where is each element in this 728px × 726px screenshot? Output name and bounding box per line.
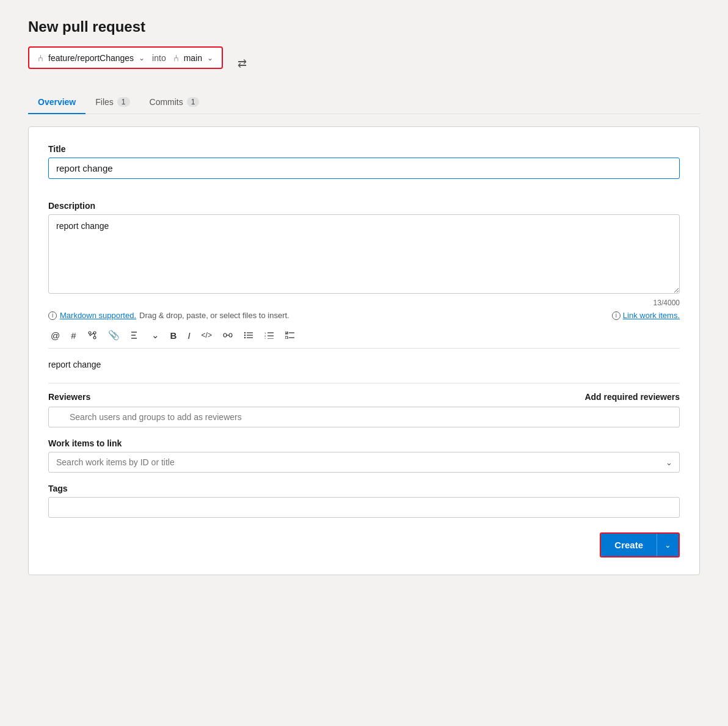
description-preview: report change [48, 357, 680, 372]
svg-rect-10 [229, 333, 232, 337]
page-title: New pull request [28, 18, 700, 35]
markdown-hint-row: i Markdown supported. Drag & drop, paste… [48, 311, 680, 320]
branch-selector[interactable]: ⑃ feature/reportChanges ⌄ into ⑃ main ⌄ [28, 46, 223, 69]
description-textarea[interactable]: report change [48, 214, 680, 294]
source-branch-icon: ⑃ [38, 53, 43, 63]
tab-commits-badge: 1 [187, 97, 200, 107]
tags-label: Tags [48, 484, 680, 493]
page-container: New pull request ⑃ feature/reportChanges… [28, 18, 700, 708]
target-branch-chevron[interactable]: ⌄ [207, 54, 213, 62]
reviewers-header: Reviewers Add required reviewers [48, 392, 680, 402]
divider-1 [48, 383, 680, 383]
toolbar-link[interactable] [220, 331, 235, 339]
toolbar-code[interactable]: </> [199, 330, 214, 341]
tags-section: Tags [48, 484, 680, 518]
work-items-wrapper: ⌄ [48, 452, 680, 473]
svg-text:3.: 3. [264, 338, 266, 339]
add-required-reviewers-link[interactable]: Add required reviewers [584, 392, 680, 402]
toolbar-numbered[interactable]: 1.2.3. [262, 330, 277, 340]
markdown-hint-left: i Markdown supported. Drag & drop, paste… [48, 311, 289, 320]
markdown-link[interactable]: Markdown supported. [60, 311, 136, 320]
title-input[interactable] [48, 158, 680, 179]
tab-files-label: Files [95, 97, 114, 107]
source-branch-name: feature/reportChanges [48, 53, 134, 63]
toolbar-attach[interactable]: 📎 [106, 329, 122, 342]
form-footer: Create ⌄ [48, 532, 680, 557]
tab-commits[interactable]: Commits 1 [140, 91, 209, 114]
toolbar-checklist[interactable] [283, 330, 297, 340]
link-work-items-right: i Link work items. [612, 311, 680, 320]
description-toolbar: @ # 📎 ⌄ B I </> [48, 325, 680, 349]
create-button[interactable]: Create [601, 534, 657, 556]
branch-into-text: into [152, 53, 166, 63]
toolbar-bullets[interactable] [241, 330, 256, 340]
source-branch-chevron[interactable]: ⌄ [139, 54, 145, 62]
reviewers-label: Reviewers [48, 392, 90, 402]
tab-overview[interactable]: Overview [28, 91, 86, 114]
tab-overview-label: Overview [38, 97, 76, 107]
tab-files-badge: 1 [117, 97, 130, 107]
reviewers-section: Reviewers Add required reviewers ⊙ [48, 392, 680, 427]
toolbar-bold[interactable]: B [168, 329, 180, 342]
toolbar-hashtag[interactable]: # [68, 329, 78, 342]
toolbar-format-chevron[interactable]: ⌄ [149, 329, 162, 342]
target-branch-name: main [184, 53, 202, 63]
toolbar-mention[interactable]: @ [48, 329, 62, 342]
link-work-info-icon: i [612, 311, 621, 320]
work-items-section: Work items to link ⌄ [48, 438, 680, 473]
work-items-label: Work items to link [48, 438, 680, 448]
char-count: 13/4000 [48, 299, 680, 307]
description-section: Description report change 13/4000 i Mark… [48, 201, 680, 372]
svg-line-4 [90, 333, 94, 336]
tab-files[interactable]: Files 1 [86, 91, 139, 114]
svg-point-0 [89, 332, 91, 334]
svg-point-15 [244, 337, 246, 338]
svg-point-13 [244, 335, 246, 336]
svg-rect-9 [224, 333, 227, 337]
toolbar-pr-link[interactable] [85, 329, 100, 341]
target-branch-icon: ⑃ [173, 53, 179, 63]
drag-drop-hint: Drag & drop, paste, or select files to i… [139, 311, 289, 320]
toolbar-italic[interactable]: I [185, 329, 192, 342]
description-label: Description [48, 201, 680, 211]
main-form-card: Title Description report change 13/4000 … [28, 126, 700, 575]
svg-point-1 [93, 336, 96, 339]
reviewers-search-input[interactable] [48, 407, 680, 427]
create-button-group: Create ⌄ [600, 532, 680, 557]
tabs-bar: Overview Files 1 Commits 1 [28, 91, 700, 114]
swap-branches-button[interactable]: ⇄ [238, 57, 247, 70]
work-items-input[interactable] [48, 452, 680, 473]
create-dropdown-button[interactable]: ⌄ [657, 534, 679, 556]
svg-rect-25 [285, 336, 288, 339]
tab-commits-label: Commits [150, 97, 183, 107]
toolbar-format[interactable] [128, 330, 143, 341]
link-work-items-link[interactable]: Link work items. [623, 311, 680, 320]
title-label: Title [48, 144, 680, 154]
reviewers-search-wrapper: ⊙ [48, 407, 680, 427]
title-section: Title [48, 144, 680, 190]
tags-input[interactable] [48, 497, 680, 518]
markdown-info-icon: i [48, 311, 57, 320]
svg-point-11 [244, 332, 246, 333]
